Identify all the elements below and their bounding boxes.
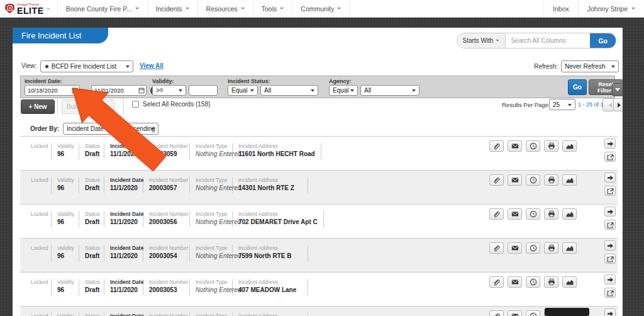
print-icon[interactable] xyxy=(544,208,558,220)
inbox-link[interactable]: Inbox xyxy=(543,0,578,17)
menu-community[interactable]: Community xyxy=(292,0,350,17)
external-link-icon[interactable] xyxy=(604,186,616,196)
chevron-down-icon xyxy=(280,8,284,11)
open-record-arrow-icon[interactable] xyxy=(604,138,616,149)
open-record-arrow-icon[interactable] xyxy=(604,206,616,217)
incident-date-filter-label: Incident Date: xyxy=(25,78,62,84)
email-icon[interactable] xyxy=(508,208,522,220)
attachment-icon[interactable] xyxy=(489,140,504,152)
results-per-page-select[interactable]: 25 xyxy=(549,99,575,110)
chart-area-icon[interactable] xyxy=(562,242,577,254)
refresh-select[interactable]: Never Refresh xyxy=(561,60,619,72)
chevron-down-icon xyxy=(496,40,499,43)
attachment-icon[interactable] xyxy=(489,276,504,288)
history-clock-icon[interactable] xyxy=(526,276,540,288)
incident-row[interactable]: Locked Validity96 StatusDraft Incident D… xyxy=(20,273,618,307)
incident-number-cell: Incident Number20003059 xyxy=(143,143,190,159)
incident-row[interactable]: Locked Validity96 StatusDraft Incident D… xyxy=(20,239,618,273)
email-icon[interactable] xyxy=(508,174,522,186)
agency-operator-select[interactable]: Equal xyxy=(329,85,358,96)
email-icon[interactable] xyxy=(508,242,522,254)
status-cell: StatusDraft xyxy=(79,245,104,261)
incident-address-cell: Incident Address702 DEMARET Drive Apt C xyxy=(233,211,324,227)
open-record-arrow-icon[interactable] xyxy=(604,274,616,285)
external-link-icon[interactable] xyxy=(604,152,616,162)
status-operator-select[interactable]: Equal xyxy=(228,85,258,96)
search-input[interactable] xyxy=(506,33,590,48)
print-icon[interactable] xyxy=(544,276,558,288)
email-icon[interactable] xyxy=(508,310,522,316)
order-field-select[interactable]: Incident Date xyxy=(63,123,114,135)
calendar-icon[interactable] xyxy=(138,87,145,94)
attachment-icon[interactable] xyxy=(489,208,504,220)
chart-area-icon[interactable] xyxy=(562,140,577,152)
filter-more-button[interactable] xyxy=(612,83,623,96)
print-icon[interactable] xyxy=(544,242,558,254)
filter-go-button[interactable]: Go xyxy=(568,79,587,95)
topbar: ImageTrend ELITE ™ Boone County Fire P..… xyxy=(0,0,644,18)
next-page-button[interactable] xyxy=(613,98,623,111)
chevron-down-icon xyxy=(631,8,635,11)
attachment-icon[interactable] xyxy=(489,310,504,316)
history-clock-icon[interactable] xyxy=(526,140,540,152)
external-link-icon[interactable] xyxy=(604,220,616,230)
order-direction-select[interactable]: Descending xyxy=(118,123,158,135)
incident-row[interactable]: Locked Validity Status Incident Date Inc… xyxy=(20,307,618,316)
incident-type-cell: Incident TypeNothing Entered xyxy=(190,211,233,227)
incident-address-cell: Incident Address xyxy=(233,313,308,316)
calendar-icon[interactable] xyxy=(72,87,78,94)
order-by-label: Order By: xyxy=(30,125,59,132)
email-icon[interactable] xyxy=(508,140,522,152)
new-incident-button[interactable]: + New xyxy=(21,99,55,114)
status-cell: StatusDraft xyxy=(79,279,104,295)
menu-tools[interactable]: Tools xyxy=(253,0,293,17)
history-clock-icon[interactable] xyxy=(526,310,540,316)
history-clock-icon[interactable] xyxy=(526,208,540,220)
print-icon[interactable] xyxy=(544,140,558,152)
open-record-arrow-icon[interactable] xyxy=(604,172,616,183)
attachment-icon[interactable] xyxy=(489,174,504,186)
menu-incidents[interactable]: Incidents xyxy=(148,0,198,17)
agency-value-select[interactable]: All xyxy=(360,85,419,96)
external-link-icon[interactable] xyxy=(604,288,616,298)
chart-area-icon[interactable] xyxy=(562,174,577,186)
search-mode-select[interactable]: Starts With xyxy=(457,33,506,48)
open-record-arrow-icon[interactable] xyxy=(604,240,616,251)
view-select[interactable]: ★ BCFD Fire Incident List xyxy=(40,60,133,72)
incident-row[interactable]: Locked Validity96 StatusDraft Incident D… xyxy=(20,171,618,205)
validity-value-input[interactable] xyxy=(189,85,218,96)
history-clock-icon[interactable] xyxy=(526,174,540,186)
incident-status-filter-label: Incident Status: xyxy=(228,78,270,84)
email-icon[interactable] xyxy=(508,276,522,288)
row-side-actions xyxy=(604,274,616,298)
incident-address-cell: Incident Address14301 North RTE Z xyxy=(233,177,308,193)
incident-list: Locked Validity96 StatusDraft Incident D… xyxy=(20,136,618,316)
validity-operator-select[interactable]: >= xyxy=(152,85,186,96)
view-all-link[interactable]: View All xyxy=(140,62,164,69)
print-icon[interactable] xyxy=(544,174,558,186)
open-record-arrow-icon[interactable] xyxy=(604,308,616,316)
row-side-actions xyxy=(604,308,616,316)
menu-resources[interactable]: Resources xyxy=(198,0,253,17)
chart-area-icon[interactable] xyxy=(562,276,577,288)
external-link-icon[interactable] xyxy=(604,254,616,264)
elite-logo[interactable]: ImageTrend ELITE ™ xyxy=(0,0,58,17)
locked-cell: Locked xyxy=(25,279,52,295)
incident-row[interactable]: Locked Validity96 StatusDraft Incident D… xyxy=(20,205,618,239)
previous-page-button[interactable] xyxy=(602,98,614,111)
status-value-select[interactable]: All xyxy=(260,85,318,96)
status-cell: Status xyxy=(79,313,104,316)
user-menu[interactable]: Johnny Stripe xyxy=(578,0,644,17)
incident-row[interactable]: Locked Validity96 StatusDraft Incident D… xyxy=(20,137,618,171)
refresh-label: Refresh: xyxy=(534,63,558,70)
incident-type-cell: Incident TypeNothing Entered xyxy=(190,245,233,261)
attachment-icon[interactable] xyxy=(489,242,504,254)
view-label: View: xyxy=(21,62,36,69)
trademark: ™ xyxy=(47,7,50,11)
history-clock-icon[interactable] xyxy=(526,242,540,254)
row-actions xyxy=(489,174,577,186)
select-all-checkbox[interactable] xyxy=(132,101,139,108)
menu-agency[interactable]: Boone County Fire P... xyxy=(58,0,148,17)
chart-area-icon[interactable] xyxy=(562,208,577,220)
search-go-button[interactable]: Go xyxy=(590,33,616,48)
